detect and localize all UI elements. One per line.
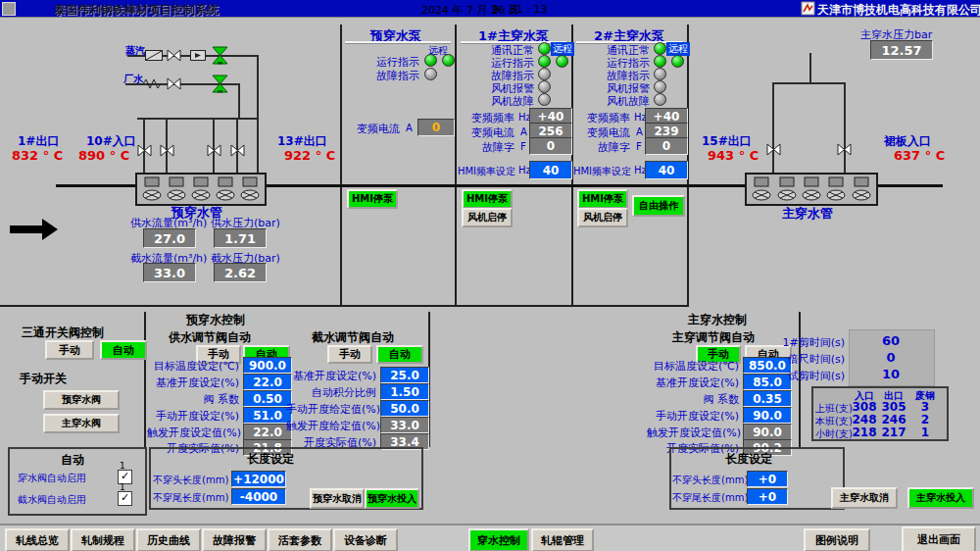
spray-nozzle-icon — [216, 176, 235, 202]
head-length-value[interactable]: +0 — [747, 471, 788, 487]
nav-quench-control-active[interactable]: 穿水控制 — [468, 528, 529, 551]
param-setpoint[interactable]: 90.0 — [743, 407, 792, 424]
pump2-hmi-set-value[interactable]: 40 — [645, 161, 688, 179]
count-in: 308 — [851, 400, 878, 414]
param-label: 手动开度设定(%) — [647, 409, 739, 424]
param-label: 触发开度设定值(%) — [147, 426, 239, 440]
auto-box-title: 自动 — [61, 452, 84, 469]
pre-length-title: 长度设定 — [247, 451, 294, 468]
pre-pump-stop-button[interactable]: HMI停泵 — [347, 189, 398, 209]
main-ctrl-title: 主穿水控制 — [688, 312, 747, 328]
head-length-value[interactable]: +12000 — [231, 471, 286, 487]
time-display: 9 : 31 : 13 — [492, 3, 547, 16]
nav-exit-screen[interactable]: 退出画面 — [902, 526, 976, 551]
free-operation-button[interactable]: 自由操作 — [632, 195, 685, 217]
pump1-fan-button[interactable]: 风机启停 — [462, 208, 513, 227]
check-valve-icon — [145, 50, 163, 61]
pump2-current-label: 变频电流 — [573, 125, 630, 140]
nav-looper-params[interactable]: 活套参数 — [268, 528, 332, 551]
pump1-hmi-set-label: HMI频率设定 — [451, 165, 515, 178]
param-setpoint[interactable]: 25.0 — [380, 367, 429, 383]
pump2-fan-fault-label: 风机故障 — [573, 94, 650, 109]
pre-quench-apply-button[interactable]: 预穿水投入 — [365, 488, 419, 509]
spray-valve-icon[interactable] — [766, 143, 781, 156]
divider — [144, 312, 146, 447]
pump1-stop-button[interactable]: HMI停泵 — [462, 189, 513, 209]
param-setpoint[interactable]: 900.0 — [243, 357, 292, 374]
tail-length-value[interactable]: -4000 — [231, 488, 286, 505]
param-setpoint[interactable]: 0.35 — [743, 390, 792, 407]
three-way-manual-button[interactable]: 手动 — [45, 340, 94, 360]
timer-value: 0 — [866, 350, 915, 365]
app-icon — [2, 2, 16, 16]
title-bar: 泰国伟利钢铁棒材项目控制系统 2024 年 7 月 26 日 9 : 31 : … — [0, 0, 980, 18]
pump2-remote-badge: 远程 — [666, 42, 690, 56]
fault-led — [424, 68, 437, 80]
cut-valve-auto-checkbox[interactable] — [118, 491, 132, 506]
param-label: 基准开度设定(%) — [147, 376, 239, 390]
run-led — [556, 55, 568, 68]
main-length-title: 长度设定 — [725, 451, 772, 468]
param-label: 目标温度设定(℃) — [647, 359, 739, 374]
param-setpoint[interactable]: 50.0 — [380, 400, 429, 417]
nav-equipment-diagnosis[interactable]: 设备诊断 — [333, 528, 398, 551]
cut-pressure-value: 2.62 — [214, 263, 267, 282]
param-label: 触发开度设定值(%) — [647, 426, 739, 440]
valve-icon[interactable] — [167, 77, 181, 90]
supply-flow-value: 27.0 — [143, 228, 196, 248]
pump2-stop-button[interactable]: HMI停泵 — [577, 189, 628, 209]
nav-rolling-schedule[interactable]: 轧制规程 — [71, 528, 135, 551]
nav-history-curve[interactable]: 历史曲线 — [136, 528, 201, 551]
valve-icon[interactable] — [167, 49, 181, 62]
head-length-label: 不穿头长度(mm) — [153, 474, 227, 487]
pre-quench-header-box — [135, 173, 267, 206]
spray-valve-icon[interactable] — [837, 143, 852, 156]
main-valve-manual-button[interactable]: 主穿水阀 — [43, 414, 120, 433]
param-label: 目标温度设定(℃) — [147, 359, 239, 374]
spray-nozzle-icon — [852, 176, 871, 202]
auto-enable-label: 截水阀自动启用 — [18, 493, 86, 507]
motor-valve-open-icon[interactable] — [212, 75, 228, 93]
param-label: 基准开度设定(%) — [286, 369, 376, 383]
spray-nozzle-icon — [752, 176, 771, 202]
temp1-value: 832 ° C — [12, 148, 63, 163]
nav-fault-alarm[interactable]: 故障报警 — [202, 528, 267, 551]
pump1-current-label: 变频电流 — [458, 125, 514, 140]
tail-length-value[interactable]: +0 — [747, 488, 788, 505]
param-label: 阀 系数 — [147, 392, 239, 407]
param-setpoint[interactable]: 0.50 — [243, 390, 292, 407]
pre-valve-manual-button[interactable]: 预穿水阀 — [43, 390, 120, 410]
nav-legend[interactable]: 图例说明 — [804, 528, 870, 551]
temp5-value: 637 ° C — [894, 148, 945, 163]
main-quench-cancel-button[interactable]: 主穿水取消 — [831, 487, 898, 509]
unit-label: A — [520, 126, 527, 137]
pre-quench-cancel-button[interactable]: 预穿水取消 — [310, 488, 365, 509]
motor-valve-open-icon[interactable] — [212, 46, 228, 65]
param-label: 基准开度设定(%) — [647, 376, 739, 390]
param-label: 触发开度给定值(%) — [286, 419, 376, 433]
manual-switch-title: 手动开关 — [20, 371, 67, 387]
cut-ctrl-auto-button[interactable]: 自动 — [376, 345, 423, 364]
three-way-auto-button[interactable]: 自动 — [100, 340, 147, 360]
spray-valve-icon[interactable] — [137, 144, 152, 157]
spray-valve-icon[interactable] — [230, 144, 245, 157]
main-quench-apply-button[interactable]: 主穿水投入 — [907, 487, 974, 509]
pipe — [238, 83, 240, 120]
fan-alarm-led — [654, 80, 666, 93]
pump1-fan-fault-label: 风机故障 — [458, 94, 534, 109]
nav-roll-management[interactable]: 轧辊管理 — [531, 528, 594, 551]
spray-valve-icon[interactable] — [207, 144, 221, 157]
count-scrap: 1 — [911, 426, 939, 439]
param-feedback: 22.0 — [243, 424, 292, 440]
param-setpoint[interactable]: 1.50 — [380, 383, 429, 400]
param-setpoint[interactable]: 22.0 — [243, 374, 292, 390]
pre-pump-current-label: 变频电流 — [333, 122, 400, 136]
cut-ctrl-manual-button[interactable]: 手动 — [327, 345, 372, 364]
param-setpoint[interactable]: 51.0 — [243, 407, 292, 424]
pump2-fan-button[interactable]: 风机启停 — [577, 208, 628, 227]
spray-nozzle-icon — [802, 176, 821, 202]
run-led — [442, 54, 455, 67]
spray-valve-icon[interactable] — [160, 144, 174, 157]
nav-mill-overview[interactable]: 轧线总览 — [5, 528, 70, 551]
timer-value: 10 — [866, 367, 915, 381]
